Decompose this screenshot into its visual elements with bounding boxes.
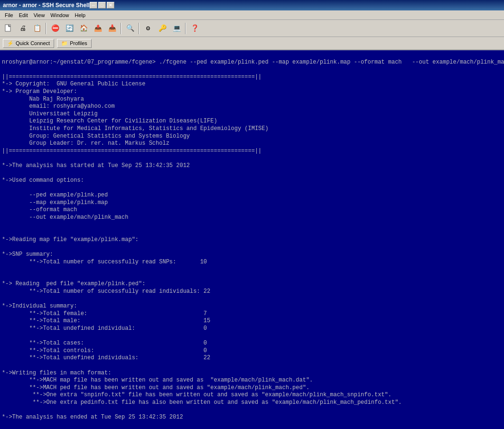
- upload-button[interactable]: 📤: [91, 22, 104, 35]
- maximize-button[interactable]: □: [98, 2, 106, 9]
- key-button[interactable]: 🔑: [156, 22, 169, 35]
- quick-connect-button[interactable]: ⚡ Quick Connect: [3, 39, 54, 48]
- reload-button[interactable]: 🔄: [63, 22, 76, 35]
- toolbar-sep-4: [185, 23, 186, 34]
- menu-bar: File Edit View Window Help: [0, 10, 504, 20]
- title-bar: arnor - arnor - SSH Secure Shell ─ □ ✕: [0, 0, 504, 10]
- terminal-button[interactable]: 💻: [170, 22, 183, 35]
- toolbar: 🖨 📋 ⛔ 🔄 🏠 📤 📥 🔍 ⚙ 🔑 💻 ❓: [0, 20, 504, 37]
- close-button[interactable]: ✕: [107, 2, 114, 9]
- terminal-output: ||======================================…: [2, 74, 402, 429]
- settings-button[interactable]: ⚙: [141, 22, 155, 35]
- profiles-label: Profiles: [70, 40, 87, 46]
- menu-window[interactable]: Window: [47, 11, 72, 19]
- help-button[interactable]: ❓: [188, 22, 201, 35]
- toolbar-sep-2: [121, 23, 121, 34]
- download-button[interactable]: 📥: [105, 22, 119, 35]
- print-button[interactable]: 🖨: [16, 22, 29, 35]
- copy-button[interactable]: 📋: [30, 22, 44, 35]
- window-controls[interactable]: ─ □ ✕: [90, 2, 114, 9]
- quick-connect-icon: ⚡: [7, 40, 14, 47]
- menu-view[interactable]: View: [31, 11, 48, 19]
- terminal-area[interactable]: nroshyar@arnor:~/genstat/07_programme/fc…: [0, 50, 504, 429]
- profiles-icon: 📁: [61, 40, 68, 47]
- toolbar-sep-1: [46, 23, 47, 34]
- stop-button[interactable]: ⛔: [48, 22, 62, 35]
- command-prompt: nroshyar@arnor:~/genstat/07_programme/fc…: [2, 59, 504, 65]
- menu-edit[interactable]: Edit: [16, 11, 31, 19]
- profiles-button[interactable]: 📁 Profiles: [57, 39, 92, 48]
- menu-file[interactable]: File: [2, 11, 16, 19]
- home-button[interactable]: 🏠: [77, 22, 90, 35]
- quick-bar: ⚡ Quick Connect 📁 Profiles: [0, 37, 504, 50]
- minimize-button[interactable]: ─: [90, 2, 97, 9]
- quick-connect-label: Quick Connect: [16, 40, 50, 46]
- toolbar-sep-3: [139, 23, 140, 34]
- find-button[interactable]: 🔍: [123, 22, 137, 35]
- new-button[interactable]: [2, 22, 15, 35]
- menu-help[interactable]: Help: [72, 11, 88, 19]
- new-icon: [4, 24, 13, 33]
- title-text: arnor - arnor - SSH Secure Shell: [3, 2, 90, 9]
